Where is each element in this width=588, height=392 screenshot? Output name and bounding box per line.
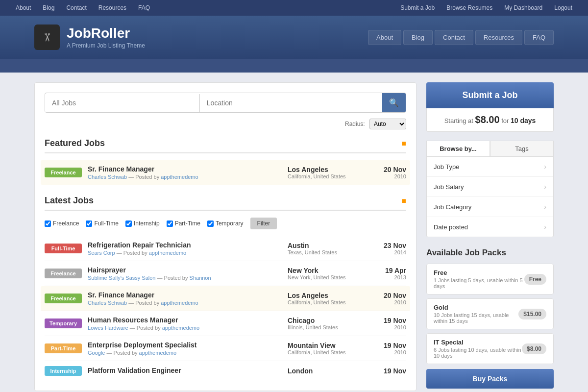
job-badge-freelance: Freelance [45,294,82,303]
topbar-link-contact[interactable]: Contact [60,0,92,16]
filter-row: Freelance Full-Time Internship Part-Time… [45,218,406,229]
pack-free-price: Free [524,274,546,285]
site-title: JobRoller [67,25,145,41]
featured-rss-icon[interactable]: ■ [401,139,406,148]
sidebar-menu-job-category[interactable]: Job Category › [427,197,553,217]
search-job-input[interactable] [45,94,200,112]
topbar-link-about[interactable]: About [10,0,37,16]
search-button[interactable]: 🔍 [382,93,406,112]
company-link[interactable]: Charles Schwab [88,300,127,306]
featured-region: California, United States [288,173,366,179]
tab-browse[interactable]: Browse by... [426,141,490,156]
featured-poster-link[interactable]: appthemedemo [161,174,198,180]
job-date-year: 2010 [372,299,406,305]
topbar-link-my-dashboard[interactable]: My Dashboard [498,0,548,16]
job-region: California, United States [288,349,366,355]
filter-fulltime[interactable]: Full-Time [86,220,119,227]
job-title[interactable]: Enterprise Deployment Specialist [88,341,197,349]
job-row: Part-Time Enterprise Deployment Speciali… [45,336,406,361]
job-date: 20 Nov 2010 [372,292,406,305]
job-salary-arrow: › [544,183,546,191]
radius-label: Radius: [345,121,365,127]
company-link[interactable]: Lowes Hardware [88,325,128,331]
featured-job-title[interactable]: Sr. Finance Manager [88,165,154,173]
company-link[interactable]: Google [88,350,105,356]
job-meta: Google — Posted by appthemedemo [88,350,282,356]
filter-temporary-checkbox[interactable] [207,220,214,227]
header-nav-faq[interactable]: FAQ [524,30,554,45]
featured-date-year: 2010 [372,173,406,179]
topbar-link-submit-job[interactable]: Submit a Job [394,0,441,16]
filter-parttime-checkbox[interactable] [167,220,173,227]
header-nav-about[interactable]: About [368,30,401,45]
poster-link[interactable]: Shannon [190,275,211,281]
job-date-day: 19 Nov [372,342,406,349]
job-date-day: 19 Nov [372,367,406,375]
sidebar-menu-job-salary[interactable]: Job Salary › [427,177,553,197]
poster-link[interactable]: appthemedemo [162,325,199,331]
job-title[interactable]: Refrigeration Repair Technician [88,241,191,249]
submit-job-button[interactable]: Submit a Job [426,82,554,108]
job-location: Mountain View California, United States [288,342,366,355]
job-title[interactable]: Platform Validation Engineer [88,367,181,374]
featured-jobs-title: Featured Jobs [45,138,105,148]
job-badge-fulltime: Full-Time [45,244,82,253]
job-city: London [288,367,366,375]
job-date: 19 Nov [372,367,406,375]
date-posted-arrow: › [544,223,546,231]
job-city: Mountain View [288,342,366,349]
pack-it-info: IT Special 6 Jobs lasting 10 days, usabl… [434,339,522,359]
job-title[interactable]: Sr. Finance Manager [88,291,154,299]
job-badge-internship: Internship [45,366,82,376]
filter-button[interactable]: Filter [250,218,277,229]
poster-link[interactable]: appthemedemo [161,300,198,306]
filter-fulltime-checkbox[interactable] [86,220,92,227]
pack-free-desc: 1 Jobs lasting 5 days, usable within 5 d… [434,277,524,289]
featured-job-meta: Charles Schwab — Posted by appthemedemo [88,174,282,180]
top-bar-left-nav: About Blog Contact Resources FAQ [10,0,156,16]
filter-freelance-checkbox[interactable] [45,220,51,227]
radius-select[interactable]: Auto 5 miles 10 miles 25 miles 50 miles [369,119,406,129]
job-date-year: 2010 [372,324,406,330]
topbar-link-browse-resumes[interactable]: Browse Resumes [441,0,498,16]
sidebar-menu-job-type[interactable]: Job Type › [427,157,553,177]
header-nav-resources[interactable]: Resources [475,30,522,45]
job-title[interactable]: Hairsprayer [88,266,126,274]
sidebar-menu-date-posted[interactable]: Date posted › [427,217,553,237]
filter-internship-checkbox[interactable] [125,220,132,227]
topbar-link-faq[interactable]: FAQ [132,0,156,16]
job-date-day: 23 Nov [372,242,406,249]
topbar-link-logout[interactable]: Logout [548,0,578,16]
job-date-day: 20 Nov [372,292,406,299]
filter-parttime[interactable]: Part-Time [167,220,200,227]
header-nav-blog[interactable]: Blog [403,30,433,45]
company-link[interactable]: Sears Corp [88,250,115,256]
topbar-link-resources[interactable]: Resources [93,0,132,16]
pack-it-name: IT Special [434,339,522,346]
job-location: London [288,367,366,375]
featured-company-link[interactable]: Charles Schwab [88,174,127,180]
logo-text: JobRoller A Premium Job Listing Theme [67,25,145,49]
sidebar: Submit a Job Starting at $8.00 for 10 da… [426,82,554,389]
starting-text: Starting at [444,117,473,124]
topbar-link-blog[interactable]: Blog [37,0,60,16]
filter-freelance[interactable]: Freelance [45,220,79,227]
header-nav-contact[interactable]: Contact [435,30,473,45]
radius-row: Radius: Auto 5 miles 10 miles 25 miles 5… [45,119,406,129]
job-date: 19 Apr 2013 [372,267,406,280]
job-info: Enterprise Deployment Specialist Google … [88,341,282,356]
poster-link[interactable]: appthemedemo [139,350,176,356]
filter-internship[interactable]: Internship [125,220,160,227]
job-type-label: Job Type [434,163,460,171]
buy-packs-button[interactable]: Buy Packs [426,369,554,389]
search-location-input[interactable] [200,94,382,112]
latest-rss-icon[interactable]: ■ [401,196,406,205]
job-title[interactable]: Human Resources Manager [88,316,178,324]
job-date-year: 2013 [372,274,406,280]
poster-link[interactable]: appthemedemo [149,250,186,256]
job-info: Human Resources Manager Lowes Hardware —… [88,316,282,331]
tab-tags[interactable]: Tags [490,141,554,156]
filter-temporary[interactable]: Temporary [207,220,244,227]
featured-job-info: Sr. Finance Manager Charles Schwab — Pos… [88,165,282,180]
company-link[interactable]: Sublime Sally's Sassy Salon [88,275,155,281]
